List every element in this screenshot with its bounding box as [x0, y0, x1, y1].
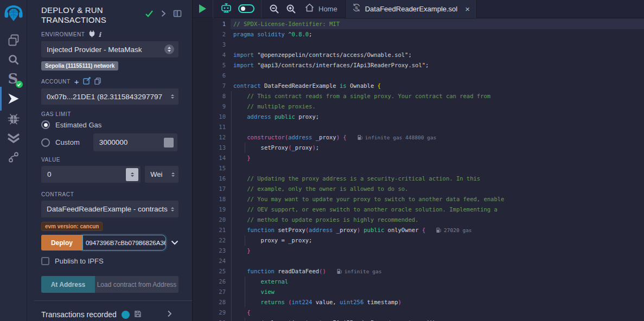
code-line-12[interactable]: 12 constructor(address _proxy) {infinite… [193, 132, 644, 143]
code-text[interactable]: // SPDX-License-Identifier: MIT [231, 19, 644, 29]
code-text[interactable]: (value, timestamp) = IApi3ReaderProxy(pr… [231, 318, 644, 321]
code-text[interactable]: } [231, 153, 644, 163]
code-line-29[interactable]: 29 { [193, 307, 644, 318]
code-line-5[interactable]: 5import "@api3/contracts/interfaces/IApi… [193, 60, 644, 70]
edit-icon[interactable] [83, 77, 91, 86]
code-line-21[interactable]: 21 function setProxy(address _proxy) pub… [193, 225, 644, 235]
tab-close-icon[interactable]: × [465, 5, 470, 13]
code-text[interactable]: proxy = _proxy; [231, 235, 644, 246]
contract-select[interactable]: DataFeedReaderExample - contracts [41, 201, 178, 217]
code-line-22[interactable]: 22 proxy = _proxy; [193, 235, 644, 246]
line-number[interactable]: 10 [213, 112, 226, 122]
line-number[interactable]: 9 [213, 101, 226, 112]
code-line-16[interactable]: 16 // Updating the proxy address is a se… [193, 174, 644, 184]
code-text[interactable]: // This contract reads from a single pro… [231, 91, 644, 101]
rail-deploy-run-icon[interactable] [0, 92, 27, 106]
rail-solidity-compiler-icon[interactable]: S [0, 72, 27, 86]
line-number[interactable]: 13 [213, 143, 226, 153]
code-line-14[interactable]: 14 } [193, 153, 644, 163]
line-number[interactable]: 26 [213, 277, 226, 287]
home-tab[interactable]: Home [305, 3, 337, 14]
code-line-13[interactable]: 13 setProxy(_proxy); [193, 143, 644, 153]
rail-file-explorer-icon[interactable] [0, 33, 27, 47]
line-number[interactable]: 17 [213, 184, 226, 194]
line-number[interactable]: 2 [213, 29, 226, 40]
code-text[interactable]: pragma solidity ^0.8.0; [231, 29, 644, 40]
ai-toggle[interactable] [238, 4, 254, 13]
plug-icon[interactable] [89, 30, 95, 38]
custom-gas-input[interactable]: 3000000 [93, 133, 177, 151]
code-text[interactable]: // You may want to update your proxy to … [231, 194, 644, 204]
code-text[interactable] [231, 122, 644, 132]
code-line-30[interactable]: 30 (value, timestamp) = IApi3ReaderProxy… [193, 318, 644, 321]
code-line-23[interactable]: 23 } [193, 246, 644, 256]
publish-ipfs-checkbox[interactable] [41, 257, 49, 265]
code-line-15[interactable]: 15 [193, 163, 644, 174]
code-text[interactable]: } [231, 246, 644, 256]
code-line-9[interactable]: 9 // multiple proxies. [193, 101, 644, 112]
code-line-19[interactable]: 19 // OEV support, or even switch to ano… [193, 204, 644, 215]
chevron-down-icon[interactable] [171, 240, 178, 245]
line-number[interactable]: 15 [213, 163, 226, 174]
value-input[interactable]: 0 [41, 166, 141, 183]
code-text[interactable]: import "@openzeppelin/contracts/access/O… [231, 50, 644, 60]
rail-solidity-unit-testing-icon[interactable] [0, 131, 27, 145]
line-number[interactable]: 5 [213, 60, 226, 70]
rail-remix-logo-icon[interactable] [0, 4, 27, 23]
code-area[interactable]: 1// SPDX-License-Identifier: MIT2pragma … [193, 18, 644, 321]
code-text[interactable]: // OEV support, or even switch to anothe… [231, 204, 644, 215]
line-number[interactable]: 4 [213, 50, 226, 60]
custom-gas-radio[interactable] [41, 138, 50, 147]
zoom-out-icon[interactable] [269, 4, 279, 14]
gas-confirm-button[interactable] [164, 138, 174, 147]
line-number[interactable]: 18 [213, 194, 226, 204]
code-text[interactable]: view [231, 287, 644, 297]
tab-datafeedreaderexample[interactable]: S DataFeedReaderExample.sol × [345, 0, 477, 18]
line-number[interactable]: 12 [213, 132, 226, 143]
line-number[interactable]: 22 [213, 235, 226, 246]
code-line-6[interactable]: 6 [193, 70, 644, 81]
code-text[interactable]: function readDataFeed()infinite gas [231, 266, 644, 277]
info-icon[interactable]: i [99, 31, 101, 38]
code-line-27[interactable]: 27 view [193, 287, 644, 297]
at-address-button[interactable]: At Address [41, 276, 95, 293]
line-number[interactable]: 16 [213, 174, 226, 184]
code-text[interactable]: // multiple proxies. [231, 101, 644, 112]
line-number[interactable]: 11 [213, 122, 226, 132]
line-number[interactable]: 30 [213, 318, 226, 321]
line-number[interactable]: 8 [213, 91, 226, 101]
code-line-2[interactable]: 2pragma solidity ^0.8.0; [193, 29, 644, 40]
expand-chevron-icon[interactable] [167, 310, 172, 319]
line-number[interactable]: 29 [213, 307, 226, 318]
code-text[interactable]: { [231, 307, 644, 318]
line-number[interactable]: 6 [213, 70, 226, 81]
estimated-gas-option[interactable]: Estimated Gas [41, 120, 178, 129]
code-line-7[interactable]: 7contract DataFeedReaderExample is Ownab… [193, 81, 644, 91]
code-text[interactable] [231, 40, 644, 50]
code-line-18[interactable]: 18 // You may want to update your proxy … [193, 194, 644, 204]
deploy-address-input[interactable]: 0947396B7cBb07986826A36 [82, 235, 166, 251]
line-number[interactable]: 20 [213, 215, 226, 225]
code-line-4[interactable]: 4import "@openzeppelin/contracts/access/… [193, 50, 644, 60]
code-text[interactable]: constructor(address _proxy) {infinite ga… [231, 132, 644, 143]
ai-assistant-robot-icon[interactable] [220, 3, 233, 15]
code-line-1[interactable]: 1// SPDX-License-Identifier: MIT [193, 19, 644, 29]
run-script-icon[interactable] [199, 4, 206, 13]
line-number[interactable]: 24 [213, 256, 226, 266]
code-text[interactable] [231, 256, 644, 266]
code-text[interactable] [231, 163, 644, 174]
code-line-20[interactable]: 20 // method to update proxies is highly… [193, 215, 644, 225]
code-text[interactable]: // example, only the owner is allowed to… [231, 184, 644, 194]
plus-icon[interactable]: + [74, 79, 79, 85]
environment-select[interactable]: Injected Provider - MetaMask [41, 41, 178, 57]
code-text[interactable] [231, 70, 644, 81]
save-icon[interactable] [135, 310, 141, 319]
value-stepper[interactable] [126, 168, 138, 181]
code-text[interactable]: contract DataFeedReaderExample is Ownabl… [231, 81, 644, 91]
line-number[interactable]: 23 [213, 246, 226, 256]
code-line-11[interactable]: 11 [193, 122, 644, 132]
line-number[interactable]: 21 [213, 225, 226, 235]
zoom-in-icon[interactable] [286, 4, 296, 14]
copy-icon[interactable] [94, 78, 101, 86]
code-line-25[interactable]: 25 function readDataFeed()infinite gas [193, 266, 644, 277]
